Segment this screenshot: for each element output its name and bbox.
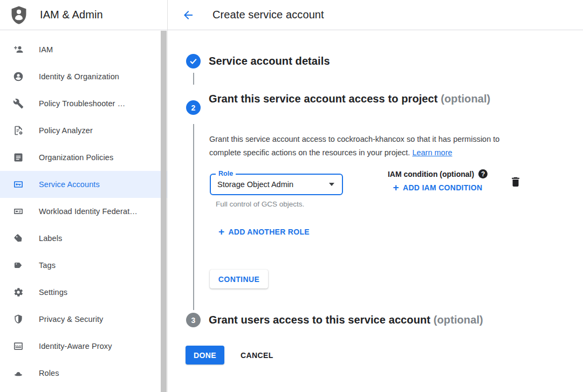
sidebar-item-label: Tags xyxy=(39,261,56,270)
sidebar-item-labels[interactable]: Labels xyxy=(0,225,167,252)
document-gear-icon xyxy=(13,125,24,136)
sidebar-item-settings[interactable]: Settings xyxy=(0,279,167,306)
sidebar: IAM Identity & Organization Policy Troub… xyxy=(0,30,168,392)
service-account-icon xyxy=(13,179,24,190)
learn-more-link[interactable]: Learn more xyxy=(412,148,452,157)
step1-completed-check-icon xyxy=(186,54,201,68)
step3-title-text: Grant users access to this service accou… xyxy=(209,314,430,326)
add-iam-condition-label: ADD IAM CONDITION xyxy=(403,183,482,192)
role-selected-value: Storage Object Admin xyxy=(217,180,293,189)
sidebar-item-policy-troubleshooter[interactable]: Policy Troubleshooter … xyxy=(0,90,167,117)
step1-title: Service account details xyxy=(209,52,330,70)
done-button[interactable]: DONE xyxy=(186,346,224,365)
page-title: Create service account xyxy=(212,9,324,21)
content-area: IAM Identity & Organization Policy Troub… xyxy=(0,30,583,392)
step2-optional-label: (optional) xyxy=(441,93,490,105)
step2-title: Grant this service account access to pro… xyxy=(209,90,511,108)
wrench-icon xyxy=(13,98,24,109)
continue-button[interactable]: CONTINUE xyxy=(210,270,268,288)
role-helper-text: Full control of GCS objects. xyxy=(216,200,304,208)
sidebar-header: IAM & Admin xyxy=(0,0,168,30)
sidebar-item-identity-organization[interactable]: Identity & Organization xyxy=(0,63,167,90)
shield-icon xyxy=(13,314,24,325)
sidebar-item-workload-identity-federation[interactable]: Workload Identity Federat… xyxy=(0,198,167,225)
step2-number-badge: 2 xyxy=(186,100,201,115)
sidebar-item-label: Policy Troubleshooter … xyxy=(39,99,125,108)
sidebar-item-service-accounts[interactable]: Service Accounts xyxy=(0,171,167,198)
iam-condition-group: IAM condition (optional) ? +ADD IAM COND… xyxy=(377,169,498,193)
page-header: Create service account xyxy=(168,0,583,30)
sidebar-item-privacy-security[interactable]: Privacy & Security xyxy=(0,306,167,333)
dropdown-arrow-icon xyxy=(329,183,334,186)
badge-card-icon xyxy=(13,206,24,217)
role-select[interactable]: Role Storage Object Admin xyxy=(210,174,343,195)
delete-role-button[interactable] xyxy=(509,175,523,189)
sidebar-item-label: Policy Analyzer xyxy=(39,126,93,135)
step-connector xyxy=(193,73,194,85)
sidebar-item-label: Labels xyxy=(39,234,62,243)
account-circle-icon xyxy=(13,71,24,82)
sidebar-item-label: IAM xyxy=(39,45,53,54)
sidebar-nav: IAM Identity & Organization Policy Troub… xyxy=(0,30,167,387)
step2-description: Grant this service account access to coc… xyxy=(209,133,533,160)
step3-number-badge: 3 xyxy=(186,313,201,327)
step-connector xyxy=(193,124,194,310)
app-title: IAM & Admin xyxy=(40,9,103,21)
sidebar-item-label: Service Accounts xyxy=(39,180,100,189)
sidebar-item-policy-analyzer[interactable]: Policy Analyzer xyxy=(0,117,167,144)
step3-title: Grant users access to this service accou… xyxy=(209,311,575,329)
create-service-account-form: Service account details 2 Grant this ser… xyxy=(168,30,583,392)
iam-shield-logo-icon xyxy=(9,4,29,26)
step2-title-text: Grant this service account access to pro… xyxy=(209,93,438,105)
role-field-label: Role xyxy=(216,170,236,177)
cancel-button[interactable]: CANCEL xyxy=(236,348,278,363)
add-another-role-button[interactable]: +ADD ANOTHER ROLE xyxy=(218,228,310,236)
help-icon[interactable]: ? xyxy=(478,169,488,178)
sidebar-item-organization-policies[interactable]: Organization Policies xyxy=(0,144,167,171)
sidebar-item-label: Privacy & Security xyxy=(39,315,103,324)
label-icon xyxy=(13,233,24,244)
step2-description-text: Grant this service account access to coc… xyxy=(209,135,499,157)
add-iam-condition-button[interactable]: +ADD IAM CONDITION xyxy=(393,183,483,192)
person-add-icon xyxy=(13,44,24,55)
sidebar-item-label: Organization Policies xyxy=(39,153,113,162)
trash-icon xyxy=(509,175,522,188)
sidebar-item-label: Roles xyxy=(39,369,59,377)
iam-admin-app: IAM & Admin Create service account IAM xyxy=(0,0,583,392)
sidebar-item-label: Identity & Organization xyxy=(39,72,119,81)
sidebar-item-label: Settings xyxy=(39,288,67,297)
top-bar: IAM & Admin Create service account xyxy=(0,0,583,30)
sidebar-item-label: Identity-Aware Proxy xyxy=(39,342,112,350)
plus-icon: + xyxy=(218,228,224,236)
plus-icon: + xyxy=(393,184,399,191)
form-actions: DONE CANCEL xyxy=(186,346,278,365)
tag-icon xyxy=(13,260,24,271)
sidebar-item-iam[interactable]: IAM xyxy=(0,36,167,63)
back-arrow-icon[interactable] xyxy=(182,9,195,22)
step3-optional-label: (optional) xyxy=(434,314,483,326)
gear-icon xyxy=(13,287,24,298)
proxy-icon xyxy=(13,341,24,352)
iam-condition-label: IAM condition (optional) xyxy=(388,170,474,178)
article-icon xyxy=(13,152,24,163)
sidebar-item-roles[interactable]: Roles xyxy=(0,360,167,387)
sidebar-item-tags[interactable]: Tags xyxy=(0,252,167,279)
sidebar-item-identity-aware-proxy[interactable]: Identity-Aware Proxy xyxy=(0,333,167,360)
sidebar-scrollbar[interactable] xyxy=(161,31,167,392)
hat-icon xyxy=(13,368,24,379)
add-another-role-label: ADD ANOTHER ROLE xyxy=(228,228,310,236)
sidebar-item-label: Workload Identity Federat… xyxy=(39,207,138,216)
